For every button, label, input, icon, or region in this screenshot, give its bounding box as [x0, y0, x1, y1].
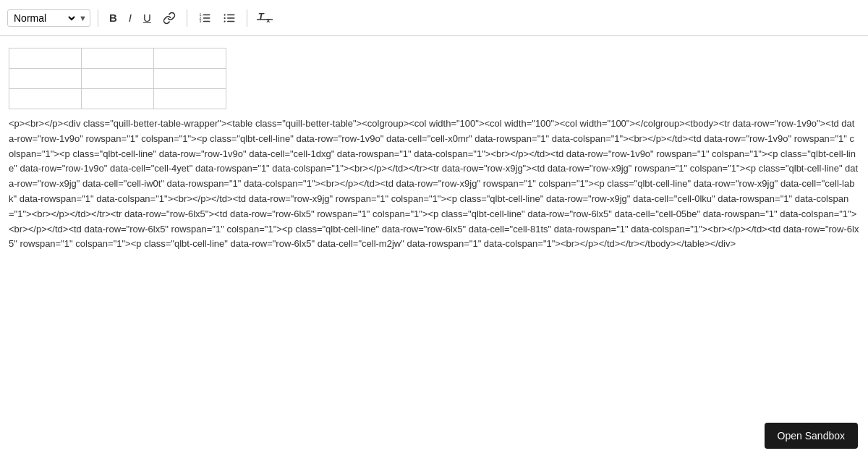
table-cell[interactable] [9, 89, 82, 109]
clear-format-button[interactable]: T x [255, 9, 274, 27]
table-cell[interactable] [154, 69, 226, 89]
html-source-display: <p><br></p><div class="quill-better-tabl… [9, 117, 859, 252]
svg-point-9 [224, 14, 225, 15]
toolbar-divider-3 [247, 9, 247, 27]
link-icon [163, 12, 176, 25]
ordered-list-icon: 1. 2. 3. [198, 12, 211, 25]
clear-format-icon: T x [258, 12, 271, 24]
bottom-bar: Open Sandbox [754, 415, 868, 456]
table-cell[interactable] [82, 69, 154, 89]
editor-area[interactable]: <p><br></p><div class="quill-better-tabl… [0, 36, 868, 424]
table-cell[interactable] [82, 89, 154, 109]
table-cell[interactable] [154, 89, 226, 109]
open-sandbox-button[interactable]: Open Sandbox [765, 423, 858, 449]
table-cell[interactable] [9, 69, 82, 89]
table-row [9, 48, 226, 69]
clear-format-strikethrough-line [257, 18, 273, 21]
svg-point-11 [224, 20, 225, 22]
table-cell[interactable] [154, 48, 226, 69]
svg-point-10 [224, 17, 225, 18]
underline-button[interactable]: U [140, 9, 155, 26]
link-button[interactable] [159, 9, 179, 28]
format-select[interactable]: Normal Heading 1 Heading 2 Heading 3 Hea… [11, 12, 77, 25]
ordered-list-button[interactable]: 1. 2. 3. [195, 9, 215, 28]
chevron-down-icon: ▼ [79, 14, 87, 22]
italic-button[interactable]: I [125, 9, 135, 26]
table-cell[interactable] [9, 48, 82, 69]
format-select-wrapper: Normal Heading 1 Heading 2 Heading 3 Hea… [7, 9, 90, 27]
toolbar-divider-2 [187, 9, 187, 27]
unordered-list-icon [223, 12, 236, 25]
table-row [9, 69, 226, 89]
unordered-list-button[interactable] [219, 9, 239, 28]
toolbar: Normal Heading 1 Heading 2 Heading 3 Hea… [0, 0, 868, 36]
table-row [9, 89, 226, 109]
bold-button[interactable]: B [106, 9, 121, 26]
toolbar-divider-1 [98, 9, 98, 27]
editor-table [9, 48, 226, 109]
table-cell[interactable] [82, 48, 154, 69]
svg-text:3.: 3. [199, 19, 202, 23]
